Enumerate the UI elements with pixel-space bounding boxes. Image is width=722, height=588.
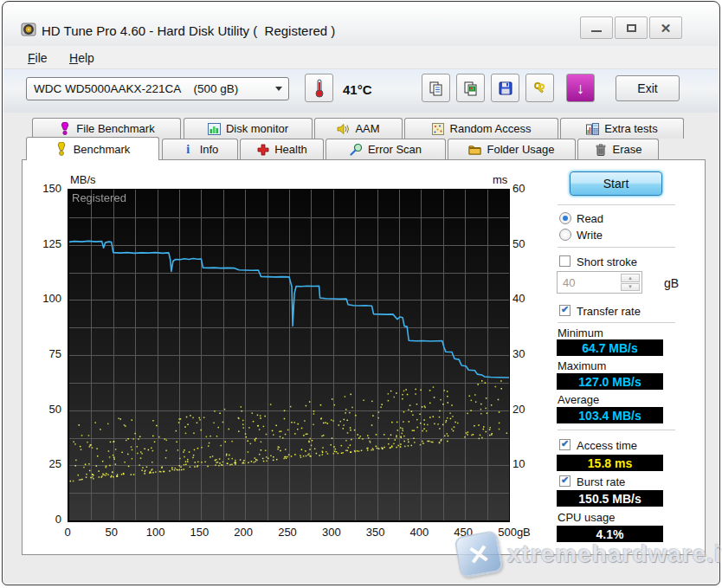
tab-folder-usage[interactable]: Folder Usage xyxy=(448,139,576,159)
drive-select[interactable]: WDC WD5000AAKX-221CA (500 gB) xyxy=(26,77,289,100)
registered-watermark-text: Registered xyxy=(72,191,126,204)
separator xyxy=(558,247,675,249)
benchmark-chart-canvas xyxy=(68,189,510,522)
tab-random-access[interactable]: Random Access xyxy=(404,118,558,139)
x-axis-tick-label: 500gB xyxy=(498,526,531,539)
left-axis-tick-label: 25 xyxy=(35,457,61,470)
left-axis-tick-label: 100 xyxy=(35,292,61,305)
write-radio-label: Write xyxy=(577,229,603,242)
random-dots-icon xyxy=(432,122,445,135)
cpu-usage-label: CPU usage xyxy=(558,511,615,524)
short-stroke-value: 40 xyxy=(563,276,575,289)
access-time-checkbox[interactable] xyxy=(559,439,571,450)
x-axis-tick-label: 300 xyxy=(322,526,341,539)
maximum-value: 127.0 MB/s xyxy=(557,373,663,390)
left-axis-tick-label: 0 xyxy=(35,513,61,526)
separator xyxy=(558,322,675,324)
exit-button[interactable]: Exit xyxy=(616,75,680,101)
maximum-label: Maximum xyxy=(558,359,606,372)
short-stroke-checkbox[interactable] xyxy=(559,255,571,267)
left-axis-tick-label: 150 xyxy=(35,182,61,195)
menu-help[interactable]: Help xyxy=(64,49,100,67)
copy-text-button[interactable] xyxy=(422,74,450,102)
right-axis-tick-label: 40 xyxy=(512,292,525,305)
menu-bar: File Help xyxy=(3,46,719,69)
x-axis-tick-label: 50 xyxy=(106,526,118,539)
hard-disk-icon xyxy=(21,22,36,37)
access-time-value: 15.8 ms xyxy=(557,455,663,471)
cpu-usage-value: 4.1% xyxy=(557,526,663,542)
write-radio[interactable] xyxy=(559,229,571,241)
right-axis-tick-label: 10 xyxy=(512,457,525,470)
thermometer-icon xyxy=(313,79,326,98)
save-floppy-icon xyxy=(498,81,513,96)
burst-rate-checkbox[interactable] xyxy=(559,475,571,487)
info-icon: i xyxy=(182,143,195,156)
copy-text-icon xyxy=(429,81,444,96)
transfer-rate-checkbox[interactable] xyxy=(559,305,571,316)
app-window: HD Tune Pro 4.60 - Hard Disk Utility ( R… xyxy=(2,1,720,585)
minimize-icon xyxy=(591,30,602,32)
left-axis-tick-label: 125 xyxy=(35,237,61,250)
extra-tests-icon xyxy=(586,122,599,135)
close-button[interactable]: ✕ xyxy=(649,16,682,39)
menu-file[interactable]: File xyxy=(23,49,53,67)
minimum-label: Minimum xyxy=(558,326,603,339)
burst-rate-label: Burst rate xyxy=(577,475,625,488)
title-bar[interactable]: HD Tune Pro 4.60 - Hard Disk Utility ( R… xyxy=(3,3,719,46)
x-axis-tick-label: 150 xyxy=(190,526,210,539)
x-axis-tick-label: 400 xyxy=(410,526,429,539)
short-stroke-stepper[interactable]: 40 ▲▼ xyxy=(557,271,642,294)
burst-rate-value: 150.5 MB/s xyxy=(557,490,663,507)
x-axis-tick-label: 100 xyxy=(146,526,165,539)
tab-benchmark-active[interactable]: Benchmark xyxy=(26,137,159,160)
access-time-label: Access time xyxy=(577,439,637,452)
exclamation-yellow-icon xyxy=(55,143,68,156)
left-axis-unit-label: MB/s xyxy=(70,173,96,186)
maximize-icon xyxy=(627,24,636,32)
minimize-button[interactable] xyxy=(580,16,613,39)
drive-select-value: WDC WD5000AAKX-221CA (500 gB) xyxy=(34,82,238,95)
transfer-rate-label: Transfer rate xyxy=(577,305,641,318)
save-button[interactable] xyxy=(491,74,519,102)
options-button[interactable] xyxy=(525,74,554,102)
window-title: HD Tune Pro 4.60 - Hard Disk Utility ( R… xyxy=(42,23,335,38)
stepper-down-icon[interactable]: ▼ xyxy=(621,283,640,292)
exclamation-magenta-icon xyxy=(58,122,71,135)
stepper-up-icon[interactable]: ▲ xyxy=(621,274,640,282)
tab-info[interactable]: i Info xyxy=(162,139,238,159)
right-axis-tick-label: 60 xyxy=(512,182,525,195)
download-arrow-icon: ↓ xyxy=(577,81,584,96)
temperature-button[interactable] xyxy=(305,74,333,102)
folder-icon xyxy=(468,143,481,156)
window-controls: ✕ xyxy=(578,16,682,39)
start-button[interactable]: Start xyxy=(570,171,662,196)
read-radio-label: Read xyxy=(577,212,603,225)
separator xyxy=(558,204,675,206)
short-stroke-label: Short stroke xyxy=(577,255,637,268)
tab-error-scan[interactable]: Error Scan xyxy=(326,139,446,159)
tab-aam[interactable]: AAM xyxy=(314,118,403,139)
copy-image-button[interactable] xyxy=(456,74,485,102)
x-axis-tick-label: 250 xyxy=(278,526,297,539)
left-axis-tick-label: 75 xyxy=(35,347,61,360)
tab-health[interactable]: Health xyxy=(240,139,324,159)
tab-extra-tests[interactable]: Extra tests xyxy=(560,118,684,139)
temperature-value: 41°C xyxy=(343,82,372,97)
tab-erase[interactable]: Erase xyxy=(577,139,659,159)
tab-disk-monitor[interactable]: Disk monitor xyxy=(184,118,313,139)
close-icon: ✕ xyxy=(661,22,672,35)
short-stroke-unit: gB xyxy=(664,276,679,290)
trash-icon xyxy=(595,143,608,156)
options-keys-icon xyxy=(532,81,548,96)
read-radio[interactable] xyxy=(559,212,571,224)
average-value: 103.4 MB/s xyxy=(557,407,663,423)
tab-file-benchmark[interactable]: File Benchmark xyxy=(32,118,181,139)
toolbar: WDC WD5000AAKX-221CA (500 gB) 41°C xyxy=(3,69,719,113)
maximize-button[interactable] xyxy=(615,16,648,39)
chevron-down-icon xyxy=(275,87,282,91)
x-axis-tick-label: 200 xyxy=(234,526,253,539)
x-axis-tick-label: 350 xyxy=(366,526,385,539)
x-axis-tick-label: 0 xyxy=(64,526,70,539)
update-button[interactable]: ↓ xyxy=(566,74,595,102)
